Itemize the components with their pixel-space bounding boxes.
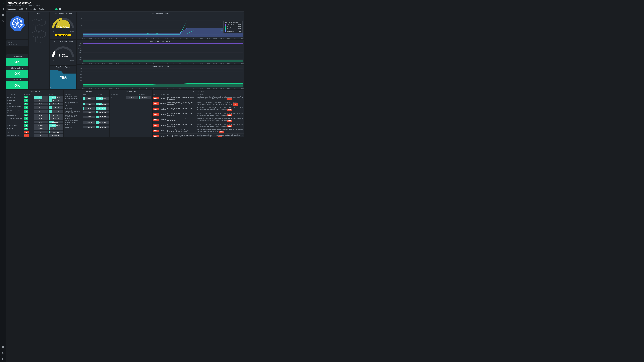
table-row[interactable]: infinite-callsOK0.0470.71 MB: [6, 99, 64, 102]
toolbar-dashboard[interactable]: Dashboard: [8, 8, 16, 10]
table-row[interactable]: safe-checkmk-node-collector-container-me…: [64, 101, 109, 107]
svg-text:14:40: 14:40: [213, 88, 217, 89]
daemonsets-table: DaemonSets DaemonsetCPUMemorylisa-checkm…: [64, 90, 109, 137]
table-row[interactable]: CRITReplicasdeployment_internal_pod-stat…: [152, 106, 244, 112]
svg-text:12:30: 12:30: [123, 63, 126, 64]
svg-text:16: 16: [81, 17, 82, 19]
table-row[interactable]: kube-proxy4.95e-475.93 MB: [64, 125, 109, 129]
table-row[interactable]: CRITReplicasdeployment_internal_pod-stat…: [152, 123, 244, 128]
svg-text:14: 14: [81, 20, 82, 21]
svg-text:16 GB: 16 GB: [78, 52, 82, 53]
svg-text:15:20: 15:20: [241, 37, 244, 39]
svg-text:14:10: 14:10: [192, 88, 196, 89]
table-row[interactable]: lisa-checkmk-cluster-collectorOK0.0182.7…: [6, 110, 64, 114]
memory-resources-chart[interactable]: Memory resources: Cluster 04 GB8 GB12 GB…: [77, 40, 244, 64]
monitor-icon[interactable]: [1, 7, 4, 10]
table-row[interactable]: corednsOK0.0225.94 MB: [6, 102, 64, 106]
svg-marker-34: [32, 31, 39, 37]
table-row[interactable]: wordpress-mysqlOK4.74e-4199.32 MB: [6, 124, 64, 127]
svg-text:8 GB: 8 GB: [79, 56, 82, 58]
problems-table: Cluster problems StateServiceHostSummary…: [152, 90, 244, 137]
nodes-panel: Nodes: [29, 12, 49, 89]
svg-text:14:20: 14:20: [200, 88, 203, 89]
svg-text:11:40: 11:40: [88, 63, 92, 64]
svg-text:13:00: 13:00: [144, 63, 148, 64]
svg-text:12:40: 12:40: [130, 88, 134, 89]
table-row[interactable]: CRITReplicasdeployment_internal_pod-stat…: [152, 95, 244, 101]
svg-text:13:50: 13:50: [178, 88, 182, 89]
table-row[interactable]: calico-node0.06472.61 MB: [64, 107, 109, 110]
svg-text:13:10: 13:10: [151, 88, 154, 89]
table-row[interactable]: nginx-readiness-errCRIT015.95 MB: [6, 130, 64, 134]
svg-text:13:40: 13:40: [172, 88, 175, 89]
table-row[interactable]: CRITReplicasdeployment_internal_pod-stat…: [152, 112, 244, 117]
calendar-icon[interactable]: [59, 8, 61, 10]
svg-text:14:50: 14:50: [220, 88, 224, 89]
svg-text:15:10: 15:10: [234, 88, 238, 89]
table-row[interactable]: calico-kube-controllersOK0.0036.36 MB: [6, 117, 64, 120]
table-row[interactable]: ingress-nginx-controllerOK0.00143.05 MB: [6, 120, 64, 124]
table-row[interactable]: CRITReplicasdeployment_internal_pod-stat…: [152, 101, 244, 106]
svg-text:13:00: 13:00: [144, 88, 148, 89]
svg-marker-35: [39, 31, 46, 37]
table-row[interactable]: CRITStatuspod_internal_pod-status_failin…: [152, 128, 244, 133]
svg-text:14:20: 14:20: [200, 37, 203, 39]
svg-text:13:00: 13:00: [144, 37, 148, 39]
svg-point-25: [21, 20, 22, 22]
table-row[interactable]: metrics-serverOK0.0020.70 MB: [6, 114, 64, 117]
svg-text:15:10: 15:10: [234, 37, 238, 39]
sidebar: i: [0, 0, 6, 137]
svg-text:24 GB: 24 GB: [78, 47, 82, 49]
svg-rect-4: [2, 14, 3, 15]
toolbar: Dashboard Add Dashboards Display Help: [6, 7, 244, 11]
cpu-gauge-panel: CPU utilization: Cluster 34.68% 0%100% S…: [50, 12, 76, 39]
refresh-icon[interactable]: [55, 8, 58, 10]
gear-icon[interactable]: [1, 19, 4, 22]
table-row[interactable]: CRITStatuspod_internal_pod-status_nginx-…: [152, 134, 244, 137]
svg-text:300: 300: [80, 68, 82, 69]
svg-text:15:10: 15:10: [234, 63, 238, 64]
svg-text:0: 0: [82, 36, 82, 37]
svg-text:13:20: 13:20: [158, 37, 161, 39]
svg-text:13:30: 13:30: [165, 37, 168, 39]
toolbar-add[interactable]: Add: [20, 8, 23, 10]
svg-text:12:50: 12:50: [137, 63, 140, 64]
svg-text:15:00: 15:00: [227, 63, 230, 64]
logo-icon[interactable]: [1, 1, 4, 4]
toolbar-display[interactable]: Display: [39, 8, 45, 10]
svg-text:8: 8: [82, 27, 82, 28]
table-row[interactable]: wordpressOK3.20e-523.16 MB: [6, 127, 64, 130]
svg-text:13:40: 13:40: [172, 37, 175, 39]
apps-icon[interactable]: [1, 13, 4, 16]
status-primary-datasource: Primary datasourceOK: [6, 54, 28, 66]
toolbar-dashboards[interactable]: Dashboards: [26, 8, 36, 10]
table-row[interactable]: lisa-checkmk-node-collector-container-me…: [64, 95, 109, 101]
table-row[interactable]: web3.20e-511.19 MB: [110, 95, 152, 99]
toolbar-help[interactable]: Help: [48, 8, 52, 10]
svg-text:10: 10: [81, 24, 82, 26]
pod-resources-chart[interactable]: Pod resources: Cluster 05010015020025030…: [77, 65, 244, 89]
table-row[interactable]: php-apacheOK5.67196.40 MB: [6, 95, 64, 99]
svg-point-28: [14, 27, 16, 28]
svg-text:12:20: 12:20: [116, 37, 120, 39]
warn-badge: Service: WARN: [55, 33, 71, 36]
table-row[interactable]: node-problem-detector-16454534940.0031.6…: [64, 110, 109, 114]
svg-text:14:00: 14:00: [186, 37, 189, 39]
svg-text:13:30: 13:30: [165, 63, 168, 64]
nodes-hexgrid: [30, 17, 47, 51]
svg-text:14:40: 14:40: [213, 63, 217, 64]
status-cluster-collector: Cluster CollectorOK: [6, 66, 28, 78]
table-row[interactable]: safe-checkmk-cluster-collectorOK0.0283.9…: [6, 106, 64, 110]
svg-text:6: 6: [82, 29, 82, 30]
table-row[interactable]: lisa-checkmk-node-collector-machine-sect…: [64, 114, 109, 120]
svg-text:14:10: 14:10: [192, 63, 196, 64]
cpu-resources-chart[interactable]: CPU resources: Cluster 02468101214161811…: [77, 12, 244, 39]
svg-rect-2: [3, 8, 3, 10]
svg-text:12:00: 12:00: [102, 63, 106, 64]
svg-rect-5: [3, 14, 4, 15]
table-row[interactable]: safe-checkmk-node-collector-machine-sect…: [64, 120, 109, 125]
table-row[interactable]: CRITReplicasdeployment_internal_pod-stat…: [152, 117, 244, 122]
svg-text:2: 2: [82, 34, 82, 35]
table-row[interactable]: nginx-liveness-errCRIT0856.00 kB: [6, 134, 64, 137]
statefulsets-table: StatefulSets StatefulsetCPUMemoryweb3.20…: [110, 90, 152, 137]
